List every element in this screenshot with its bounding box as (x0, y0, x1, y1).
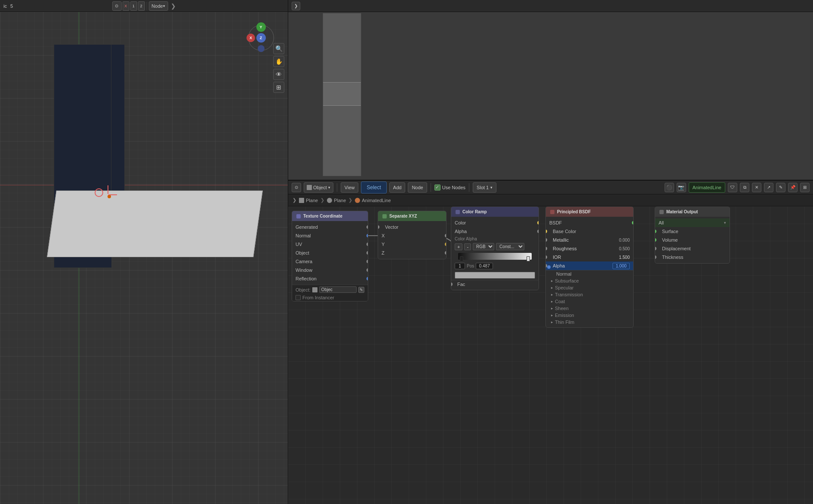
tc-obj-square (312, 287, 317, 292)
cr-stop-left[interactable] (460, 256, 463, 261)
overlay-icon[interactable]: ⊞ (800, 183, 810, 192)
tc-socket-reflection[interactable] (366, 277, 368, 280)
sxyz-socket-vector-in[interactable] (378, 225, 379, 229)
link-icon[interactable]: ↗ (764, 183, 773, 192)
mo-socket-displacement[interactable] (655, 247, 656, 250)
cr-socket-alpha[interactable] (537, 230, 539, 233)
node-menu-btn[interactable]: Node (408, 182, 427, 193)
gizmo-z-axis[interactable]: Z (256, 33, 266, 43)
cr-stop-num-input[interactable] (455, 263, 465, 269)
material-output-node[interactable]: Material Output All ▾ Surface (655, 206, 730, 264)
pb-section-transmission[interactable]: ▸ Transmission (546, 291, 633, 298)
cr-add-stop-btn[interactable]: + (455, 243, 462, 250)
tc-socket-generated[interactable] (366, 225, 368, 229)
pb-section-sheen[interactable]: ▸ Sheen (546, 305, 633, 312)
axis-num-btn[interactable]: 1 (130, 1, 137, 11)
mo-socket-thickness[interactable] (655, 255, 656, 259)
gizmo-control-group: ⊙ X 1 2 (112, 1, 145, 11)
render-header-expand[interactable]: ❯ (292, 2, 300, 10)
add-menu-btn[interactable]: Add (389, 182, 406, 193)
pb-section-specular[interactable]: ▸ Specular (546, 284, 633, 291)
breadcrumb-item-1[interactable]: Plane (299, 198, 318, 203)
gizmo-neg-z-axis[interactable] (258, 45, 265, 52)
tc-socket-normal[interactable] (366, 234, 368, 237)
sxyz-socket-y[interactable] (445, 243, 447, 246)
tool-grab[interactable]: ✋ (273, 56, 284, 67)
cr-stop-pos-input[interactable] (476, 263, 493, 269)
pb-socket-normal[interactable] (547, 265, 551, 269)
tc-row-object: Object (292, 249, 368, 257)
cr-swatch[interactable] (455, 272, 535, 279)
cr-remove-stop-btn[interactable]: - (464, 243, 471, 250)
select-menu-btn[interactable]: Select (361, 181, 386, 194)
shield-icon[interactable]: 🛡 (728, 183, 737, 192)
mat-out-title: Material Output (666, 209, 698, 214)
view-menu-btn[interactable]: View (341, 182, 359, 193)
tc-socket-window[interactable] (366, 268, 368, 272)
slot-dropdown[interactable]: Slot 1 ▾ (473, 182, 496, 193)
use-nodes-toggle[interactable]: ✓ Use Nodes (434, 184, 465, 191)
color-ramp-node[interactable]: Color Ramp Color Alpha (451, 206, 539, 290)
pb-socket-metallic[interactable] (545, 238, 547, 242)
tc-socket-camera[interactable] (366, 260, 368, 263)
pb-section-thin-film[interactable]: ▸ Thin Film (546, 319, 633, 326)
mo-socket-surface[interactable] (655, 230, 656, 233)
pb-section-coat[interactable]: ▸ Coat (546, 298, 633, 305)
render-content (288, 0, 813, 180)
cr-socket-fac[interactable] (451, 283, 453, 286)
cr-stop-right[interactable] (527, 256, 530, 261)
gizmo-x-axis[interactable]: X (246, 34, 255, 42)
tc-obj-edit-icon[interactable]: ✎ (358, 287, 364, 293)
tool-grid[interactable]: ⊞ (273, 82, 284, 93)
cr-mode-select[interactable]: RGB HSV HSL (473, 243, 494, 250)
pb-socket-ior[interactable] (545, 255, 547, 259)
sxyz-socket-x[interactable] (445, 234, 447, 237)
cr-gradient-container (455, 253, 535, 260)
cr-gradient-bar[interactable] (458, 253, 532, 260)
pb-row-ior: IOR 1.500 (546, 253, 633, 261)
gizmo-icon[interactable]: ⊙ (112, 1, 121, 11)
breadcrumb-expand[interactable]: ❯ (293, 197, 296, 203)
cr-socket-color[interactable] (537, 221, 539, 224)
tc-socket-uv[interactable] (366, 243, 368, 246)
use-nodes-checkbox[interactable]: ✓ (434, 184, 440, 191)
render-box-main (323, 13, 361, 176)
tool-cursor[interactable]: 🔍 (273, 43, 284, 54)
texture-coordinate-node[interactable]: Texture Coordinate Generated Normal (292, 211, 368, 301)
tc-socket-object[interactable] (366, 251, 368, 255)
close-icon[interactable]: ✕ (752, 183, 761, 192)
cr-interpolation-select[interactable]: Const... Linear B-Spline (496, 243, 524, 250)
axis-num2-btn[interactable]: 2 (138, 1, 145, 11)
color-ramp-icon (456, 210, 460, 214)
tool-orbit[interactable]: 👁 (273, 69, 284, 80)
separate-xyz-node[interactable]: Separate XYZ Vector X (378, 211, 447, 259)
edit-icon[interactable]: ✎ (776, 183, 785, 192)
material-sphere-icon[interactable]: ⚫ (665, 183, 674, 192)
pb-socket-roughness[interactable] (545, 247, 547, 250)
camera-icon[interactable]: 📷 (677, 183, 686, 192)
breadcrumb-sep-1: ❯ (320, 197, 324, 203)
breadcrumb-item-3[interactable]: AnimatedLine (355, 198, 391, 203)
pin-icon[interactable]: 📌 (788, 183, 798, 192)
gizmo-y-axis[interactable]: Y (256, 22, 266, 32)
tc-from-instancer-cb[interactable] (296, 295, 301, 300)
pb-section-emission[interactable]: ▸ Emission (546, 312, 633, 319)
copy-icon[interactable]: ⧉ (740, 183, 749, 192)
vp-label-1: ic (3, 3, 7, 9)
expand-right-btn[interactable]: ❯ (171, 3, 176, 9)
tc-row-uv: UV (292, 240, 368, 249)
color-ramp-header: Color Ramp (451, 207, 539, 217)
sxyz-socket-z[interactable] (445, 251, 447, 255)
mo-socket-volume[interactable] (655, 238, 656, 242)
breadcrumb-item-2[interactable]: Plane (327, 198, 346, 203)
options-btn[interactable]: Node ▾ (148, 1, 168, 11)
pb-socket-base-color-in[interactable] (545, 230, 547, 233)
pb-socket-bsdf[interactable] (632, 221, 634, 224)
node-canvas[interactable]: Texture Coordinate Generated Normal (288, 206, 813, 504)
ne-header-icon[interactable]: ⊙ (292, 183, 301, 192)
principled-bsdf-node[interactable]: Principled BSDF BSDF Base Color (545, 206, 634, 328)
tex-coord-body: Generated Normal UV (292, 221, 368, 285)
axis-x-btn[interactable]: X (122, 1, 129, 11)
pb-section-subsurface[interactable]: ▸ Subsurface (546, 277, 633, 284)
object-mode-dropdown[interactable]: Object ▾ (304, 182, 333, 193)
